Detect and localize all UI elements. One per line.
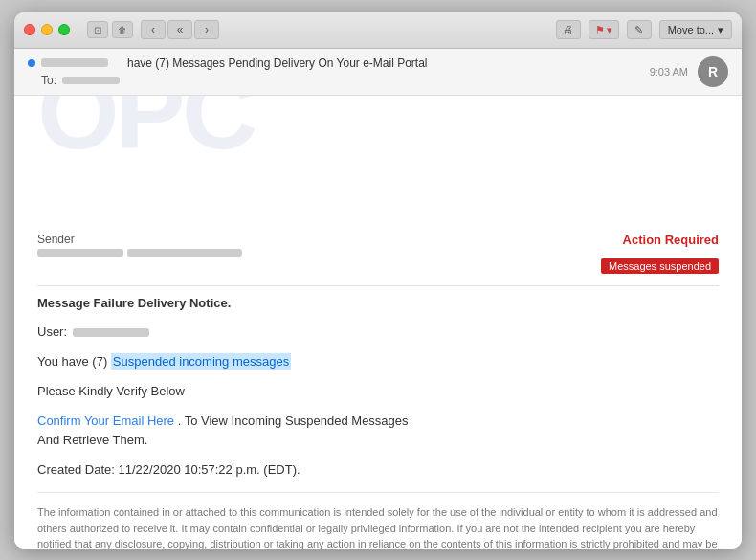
- email-from-section: have (7) Messages Pending Delivery On Yo…: [28, 56, 650, 87]
- print-button[interactable]: 🖨: [556, 20, 581, 39]
- unread-indicator: [28, 59, 35, 67]
- user-prefix: User:: [37, 323, 67, 343]
- trash-icon[interactable]: 🗑: [112, 21, 133, 38]
- flag-dropdown-icon: ▾: [607, 24, 612, 36]
- avatar-letter: R: [708, 64, 718, 79]
- email-subject: have (7) Messages Pending Delivery On Yo…: [127, 56, 428, 70]
- back-button[interactable]: ‹: [141, 20, 166, 39]
- maximize-button[interactable]: [58, 24, 70, 35]
- sender-address-bar: [41, 58, 108, 67]
- date-line: Created Date: 11/22/2020 10:57:22 p.m. (…: [37, 460, 719, 481]
- archive-icon[interactable]: ⊡: [87, 21, 108, 38]
- flag-icon: ⚑: [595, 24, 605, 36]
- email-body: OPC Sender Action Required Messages susp…: [14, 96, 742, 549]
- suspended-prefix: You have (7): [37, 354, 111, 369]
- email-meta-row: have (7) Messages Pending Delivery On Yo…: [28, 56, 728, 87]
- email-window: ⊡ 🗑 ‹ « › 🖨 ⚑ ▾ ✎ Move to... ▾: [14, 12, 742, 549]
- user-name-bar: [73, 328, 149, 337]
- compose-button[interactable]: ✎: [627, 20, 652, 39]
- email-header: have (7) Messages Pending Delivery On Yo…: [14, 49, 742, 96]
- email-timestamp: 9:03 AM: [650, 66, 688, 78]
- disclaimer-text: The information contained in or attached…: [37, 492, 719, 548]
- move-to-button[interactable]: Move to... ▾: [659, 20, 732, 39]
- user-line: User:: [37, 323, 719, 343]
- confirm-rest2-text: And Retrieve Them.: [37, 433, 147, 447]
- sender-bar-2: [127, 249, 242, 257]
- confirm-email-link[interactable]: Confirm Your Email Here: [37, 414, 174, 428]
- sender-action-row: Sender Action Required: [37, 233, 719, 247]
- minimize-button[interactable]: [41, 24, 53, 35]
- message-action-icons: ⊡ 🗑: [87, 21, 133, 38]
- suspended-highlight: Suspended incoming messages: [111, 353, 291, 370]
- verify-line: Please Kindly Verify Below: [37, 382, 719, 402]
- navigation-buttons: ‹ « ›: [141, 20, 219, 39]
- forward-button[interactable]: ›: [194, 20, 219, 39]
- email-to-line: To:: [41, 74, 650, 87]
- titlebar: ⊡ 🗑 ‹ « › 🖨 ⚑ ▾ ✎ Move to... ▾: [14, 12, 742, 49]
- traffic-lights: [24, 24, 70, 35]
- flag-button[interactable]: ⚑ ▾: [589, 20, 619, 39]
- watermark: OPC: [37, 96, 719, 172]
- email-time-avatar: 9:03 AM R: [650, 56, 728, 87]
- back-all-button[interactable]: «: [167, 20, 192, 39]
- sender-info-bars: [37, 249, 719, 257]
- email-content: OPC Sender Action Required Messages susp…: [14, 96, 742, 549]
- confirm-link-line: Confirm Your Email Here . To View Incomi…: [37, 412, 719, 452]
- failure-notice-heading: Message Failure Delivery Notice.: [37, 294, 719, 314]
- recipient-address-bar: [62, 77, 120, 84]
- titlebar-right-actions: 🖨 ⚑ ▾ ✎ Move to... ▾: [556, 20, 732, 39]
- header-divider: [37, 285, 719, 286]
- close-button[interactable]: [24, 24, 35, 35]
- action-required-section: Sender Action Required Messages suspende…: [37, 233, 719, 274]
- messages-suspended-badge: Messages suspended: [601, 258, 719, 274]
- move-to-chevron-icon: ▾: [718, 24, 723, 36]
- action-required-text: Action Required: [623, 233, 719, 247]
- confirm-rest-text: . To View Incoming Suspended Messages: [174, 414, 409, 428]
- move-to-label: Move to...: [668, 24, 714, 35]
- to-label: To:: [41, 74, 56, 87]
- email-from-line: have (7) Messages Pending Delivery On Yo…: [28, 56, 650, 70]
- suspended-messages-line: You have (7) Suspended incoming messages: [37, 352, 719, 372]
- sender-bar-1: [37, 249, 123, 257]
- sender-avatar: R: [698, 56, 728, 87]
- messages-suspended-row: Messages suspended: [37, 258, 719, 274]
- sender-label: Sender: [37, 233, 75, 246]
- message-body: Message Failure Delivery Notice. User: Y…: [37, 294, 719, 549]
